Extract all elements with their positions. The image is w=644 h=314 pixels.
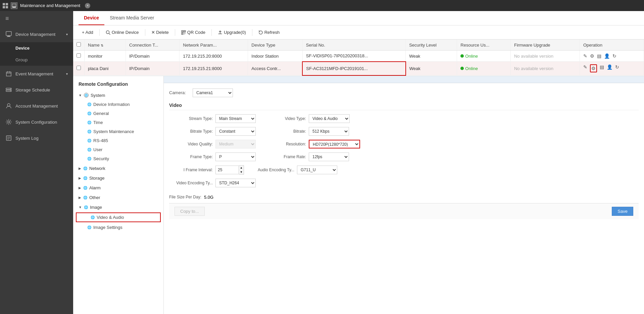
iframe-interval-label: I Frame Interval: xyxy=(169,168,213,172)
row2-device-type: Access Contr... xyxy=(248,62,303,75)
frame-rate-label: Frame Rate: xyxy=(269,154,306,159)
bitrate-type-select[interactable]: Constant Variable xyxy=(215,127,256,136)
expand-arrow-network: ▶ xyxy=(79,167,81,170)
video-type-select[interactable]: Video & Audio Video xyxy=(309,114,350,123)
audio-encoding-select[interactable]: G711_U G711_A xyxy=(297,166,337,174)
refresh-icon xyxy=(258,30,263,35)
settings-icon[interactable]: ⚙ xyxy=(590,53,594,59)
edit-icon[interactable]: ✎ xyxy=(583,53,587,59)
svg-rect-22 xyxy=(182,33,183,34)
tree-section-network: ▶ 🌐 Network xyxy=(73,164,163,173)
sync-icon2[interactable]: ↻ xyxy=(615,64,619,72)
refresh-button[interactable]: Refresh xyxy=(255,28,283,37)
separator3 xyxy=(175,29,175,36)
settings-icon2[interactable]: ⚙ xyxy=(590,64,597,72)
sidebar-device-label: Device xyxy=(15,46,30,51)
row2-checkbox[interactable] xyxy=(77,66,81,70)
stream-icon2[interactable]: ▤ xyxy=(600,64,604,72)
form-row-4: Frame Type: P B Frame Rate: 12fps xyxy=(169,152,639,161)
sidebar-item-device-management[interactable]: Device Management ▾ xyxy=(0,26,73,42)
resolution-select[interactable]: HD720P(1280*720) 1080P(1920*1080) xyxy=(309,140,360,148)
tree-item-system-maintenance[interactable]: 🌐 System Maintenance xyxy=(73,127,163,136)
upgrade-button[interactable]: Upgrade(0) xyxy=(214,28,249,37)
stream-type-select[interactable]: Main Stream Sub Stream xyxy=(215,114,256,123)
device-table-container: Name ⇅ Connection T... Network Param... … xyxy=(73,40,644,76)
tab-device[interactable]: Device xyxy=(79,11,104,25)
stream-icon[interactable]: ▤ xyxy=(597,53,601,59)
sidebar-item-group[interactable]: Group xyxy=(0,54,73,66)
select-all-checkbox[interactable] xyxy=(77,42,81,47)
close-button[interactable]: × xyxy=(85,3,90,8)
tree-image-header[interactable]: ▼ 🌐 Image xyxy=(73,203,163,212)
globe-icon: 🌐 xyxy=(87,157,91,161)
sidebar-item-system-configuration[interactable]: System Configuration xyxy=(0,114,73,130)
online-device-button[interactable]: Online Device xyxy=(102,28,142,37)
tree-other-header[interactable]: ▶ 🌐 Other xyxy=(73,193,163,202)
edit-icon2[interactable]: ✎ xyxy=(583,64,587,72)
globe-icon: 🌐 xyxy=(87,130,91,133)
tree-item-rs485[interactable]: 🌐 RS-485 xyxy=(73,136,163,145)
bitrate-select[interactable]: 512 Kbps 1024 Kbps 2048 Kbps xyxy=(309,127,349,136)
user-icon[interactable]: 👤 xyxy=(604,53,610,59)
add-button[interactable]: + Add xyxy=(79,28,97,37)
bitrate-type-label: Bitrate Type: xyxy=(169,129,213,134)
sidebar-item-account-management[interactable]: Account Management xyxy=(0,98,73,114)
app-grid-icon xyxy=(3,3,8,8)
tree-storage-header[interactable]: ▶ 🌐 Storage xyxy=(73,174,163,183)
save-button[interactable]: Save xyxy=(612,207,633,216)
device-management-icon xyxy=(5,31,12,38)
spinbox-up-btn[interactable]: ▲ xyxy=(239,166,244,170)
video-quality-select[interactable]: Medium Low High xyxy=(215,140,256,148)
spinbox-down-btn[interactable]: ▼ xyxy=(239,170,244,174)
sidebar-item-system-log[interactable]: System Log xyxy=(0,130,73,146)
sidebar-event-management-label: Event Management xyxy=(15,71,53,76)
user-icon2[interactable]: 👤 xyxy=(607,64,612,72)
row1-checkbox[interactable] xyxy=(77,53,81,58)
frame-type-select[interactable]: P B xyxy=(215,152,256,161)
frame-rate-select[interactable]: 12fps 15fps 25fps 30fps xyxy=(309,152,349,161)
sidebar-item-storage-schedule[interactable]: Storage Schedule xyxy=(0,82,73,98)
tree-item-image-settings[interactable]: 🌐 Image Settings xyxy=(73,223,163,232)
form-row-3: Video Quality: Medium Low High Resolutio… xyxy=(169,140,639,148)
toolbar: + Add Online Device ✕ Delete QR Code Upg… xyxy=(73,25,644,40)
row1-serial: SF-VIDISP01-7IP0120200318... xyxy=(302,51,405,62)
copy-to-button[interactable]: Copy to... xyxy=(175,207,205,216)
tab-stream-media-server[interactable]: Stream Media Server xyxy=(104,11,159,25)
globe-icon: 🌐 xyxy=(87,148,91,151)
row1-firmware: No available version xyxy=(510,51,580,62)
title-bar-title: Maintenance and Management xyxy=(20,3,80,8)
svg-rect-21 xyxy=(184,31,185,32)
tree-item-security[interactable]: 🌐 Security xyxy=(73,154,163,163)
tree-alarm-header[interactable]: ▶ 🌐 Alarm xyxy=(73,183,163,192)
device-table: Name ⇅ Connection T... Network Param... … xyxy=(73,40,644,76)
svg-rect-25 xyxy=(184,34,185,35)
qr-code-button[interactable]: QR Code xyxy=(178,28,209,37)
globe-image-icon: 🌐 xyxy=(84,205,88,209)
tree-system-label: System xyxy=(91,93,105,98)
iframe-interval-input[interactable] xyxy=(215,166,239,174)
expand-arrow: ▼ xyxy=(79,93,82,97)
sidebar-menu-icon[interactable]: ≡ xyxy=(0,11,73,26)
sync-icon[interactable]: ↻ xyxy=(612,53,616,59)
camera-select[interactable]: Camera1 Camera2 xyxy=(193,88,233,97)
video-type-label: Video Type: xyxy=(269,116,306,121)
table-header-name: Name ⇅ xyxy=(85,40,126,51)
svg-rect-20 xyxy=(182,31,183,32)
tree-item-time[interactable]: 🌐 Time xyxy=(73,118,163,127)
config-panel-content: Camera: Camera1 Camera2 Video Stream Typ… xyxy=(164,83,644,225)
video-encoding-select[interactable]: STD_H264 H265 xyxy=(215,179,256,187)
tree-network-header[interactable]: ▶ 🌐 Network xyxy=(73,164,163,173)
sidebar-item-device[interactable]: Device xyxy=(0,42,73,54)
video-quality-row: Video Quality: Medium Low High xyxy=(169,140,256,148)
tree-item-device-information[interactable]: 🌐 Device Information xyxy=(73,100,163,109)
separator5 xyxy=(252,29,252,36)
globe-icon-va: 🌐 xyxy=(91,215,95,219)
tree-item-video-audio[interactable]: 🌐 Video & Audio xyxy=(76,212,161,222)
expand-arrow-storage: ▶ xyxy=(79,176,81,180)
delete-button[interactable]: ✕ Delete xyxy=(148,28,172,37)
tree-system-header[interactable]: ▼ 🌐 System xyxy=(73,91,163,100)
tree-item-user[interactable]: 🌐 User xyxy=(73,145,163,154)
tree-item-general[interactable]: 🌐 General xyxy=(73,109,163,118)
table-header-checkbox xyxy=(73,40,85,51)
sidebar-item-event-management[interactable]: Event Management ▾ xyxy=(0,66,73,82)
